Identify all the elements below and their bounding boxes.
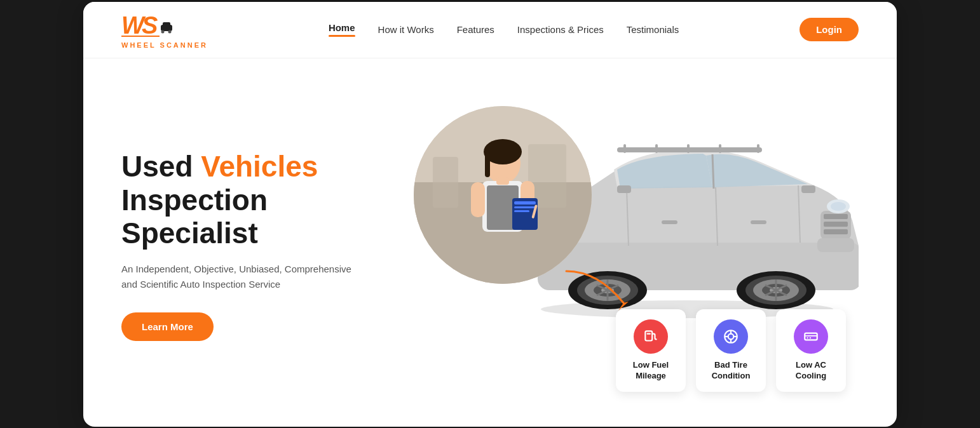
hero-title-part1: Used [121,150,201,183]
svg-rect-19 [514,201,536,204]
svg-rect-32 [655,144,658,153]
svg-line-26 [712,154,714,189]
svg-rect-34 [719,144,721,153]
svg-point-76 [810,337,811,338]
feature-card-tire: Bad TireCondition [696,309,766,392]
svg-rect-16 [471,182,485,217]
feature-card-fuel: Low FuelMileage [616,309,686,392]
svg-rect-9 [433,157,458,208]
svg-text:S: S [142,12,158,37]
main-nav: Home How it Works Features Inspections &… [329,22,679,37]
inspector-circle [414,106,592,284]
svg-rect-4 [163,22,170,27]
logo-icon: W S [121,11,172,41]
fuel-label: Low FuelMileage [627,360,674,382]
svg-point-6 [168,30,172,33]
hero-subtitle: An Independent, Objective, Unbiased, Com… [121,262,363,292]
nav-inspections-prices[interactable]: Inspections & Prices [517,24,604,35]
svg-rect-33 [687,144,690,153]
hero-title-part2: Inspection Specialist [121,184,268,250]
hero-section: Used Vehicles Inspection Specialist An I… [83,58,897,427]
hero-right: Low FuelMileage Bad TireCondition [414,93,859,398]
arrow-indicator [560,265,636,316]
logo: W S WHEEL SCANNER [121,11,208,49]
nav-home[interactable]: Home [329,22,355,37]
svg-rect-23 [496,177,509,185]
svg-rect-65 [645,331,652,340]
svg-rect-35 [757,144,759,153]
svg-rect-31 [623,144,626,153]
svg-rect-13 [485,152,490,177]
svg-rect-20 [514,206,536,208]
svg-rect-61 [801,185,815,193]
feature-cards: Low FuelMileage Bad TireCondition [616,309,846,392]
hero-left: Used Vehicles Inspection Specialist An I… [121,150,407,342]
svg-point-41 [831,202,846,211]
hero-title: Used Vehicles Inspection Specialist [121,150,407,251]
ac-label: Low ACCooling [787,360,834,382]
svg-point-5 [161,30,165,33]
svg-rect-73 [805,333,817,340]
svg-rect-39 [824,229,848,234]
feature-card-ac: Low ACCooling [776,309,846,392]
svg-rect-60 [617,185,631,193]
learn-more-button[interactable]: Learn More [121,312,214,341]
svg-point-75 [807,337,808,338]
ac-icon [794,319,828,354]
header: W S WHEEL SCANNER Home [83,2,897,58]
nav-how-it-works[interactable]: How it Works [378,24,434,35]
hero-title-highlight: Vehicles [201,150,318,183]
logo-brand-name: WHEEL SCANNER [121,41,208,49]
svg-rect-62 [662,220,677,224]
page-wrapper: W S WHEEL SCANNER Home [83,2,897,427]
tire-icon [714,319,748,354]
svg-point-68 [728,333,734,339]
logo-ws-text: W S [121,11,172,41]
svg-rect-38 [824,222,848,227]
svg-rect-63 [751,220,766,224]
logo-svg: W S [121,11,172,37]
nav-features[interactable]: Features [457,24,494,35]
inspector-svg [414,106,592,284]
svg-rect-42 [817,238,854,252]
svg-rect-21 [514,210,529,212]
svg-rect-37 [824,214,848,219]
nav-testimonials[interactable]: Testimonials [627,24,679,35]
fuel-icon [634,319,668,354]
arrow-svg [560,265,636,316]
tire-label: Bad TireCondition [707,360,754,382]
login-button[interactable]: Login [800,18,859,41]
